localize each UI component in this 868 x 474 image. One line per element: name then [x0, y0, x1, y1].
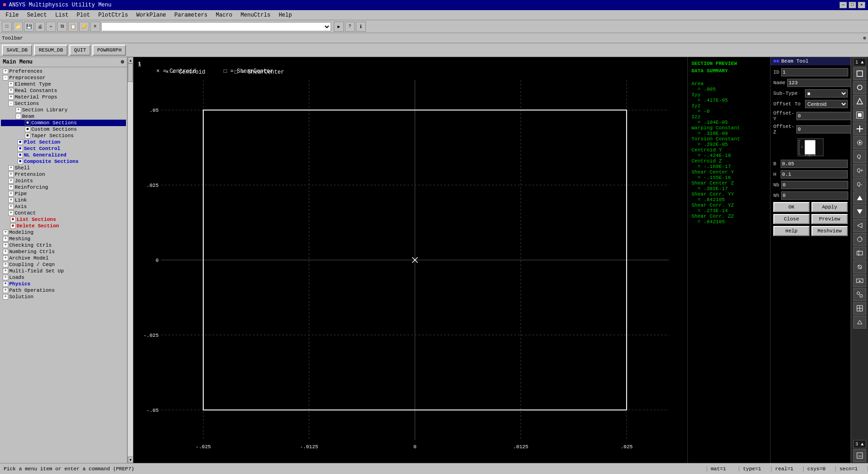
tb-run[interactable]: ▶	[334, 22, 344, 32]
tb-new[interactable]: □	[2, 22, 12, 32]
rt-btn-17[interactable]	[853, 316, 866, 329]
sidebar-item-material-props[interactable]: + Material Props	[1, 94, 126, 100]
menu-list[interactable]: List	[51, 11, 72, 19]
expand-custom-sections[interactable]: ■	[25, 127, 30, 132]
minimize-btn[interactable]: —	[839, 2, 847, 8]
rt-btn-bottom[interactable]	[853, 449, 866, 462]
expand-meshing[interactable]: +	[3, 236, 8, 242]
expand-sect-control[interactable]: ■	[17, 146, 23, 151]
sidebar-item-common-sections[interactable]: ■ Common Sections	[1, 120, 126, 126]
sidebar-item-pipe[interactable]: + Pipe	[1, 191, 126, 197]
sidebar-item-axis[interactable]: + Axis	[1, 203, 126, 210]
menu-select[interactable]: Select	[23, 11, 51, 19]
rt-btn-rotate[interactable]	[853, 233, 866, 246]
sidebar-item-meshing[interactable]: + Meshing	[1, 236, 126, 242]
sidebar-item-contact[interactable]: + Contact	[1, 210, 126, 216]
sidebar-item-preferences[interactable]: + Preferences	[1, 68, 126, 75]
bt-help-button[interactable]: Help	[773, 226, 810, 236]
expand-preprocessor[interactable]: -	[3, 75, 8, 81]
expand-preferences[interactable]: +	[3, 69, 8, 74]
sidebar-item-sect-control[interactable]: ■ Sect Control	[1, 145, 126, 152]
rt-btn-up[interactable]	[853, 191, 866, 204]
sidebar-item-link[interactable]: + Link	[1, 197, 126, 203]
menu-workplane[interactable]: WorkPlane	[132, 11, 170, 19]
expand-coupling[interactable]: +	[3, 262, 8, 267]
expand-modeling[interactable]: +	[3, 230, 8, 235]
sidebar-close-icon[interactable]: ⊗	[121, 58, 124, 65]
sidebar-item-checking-ctrls[interactable]: + Checking Ctrls	[1, 242, 126, 249]
bt-nb-input[interactable]	[781, 181, 848, 189]
sidebar-item-real-constants[interactable]: + Real Constants	[1, 87, 126, 94]
tb-open[interactable]: 📁	[13, 22, 23, 32]
viewport-canvas[interactable]	[133, 57, 687, 463]
bt-offsetto-select[interactable]: Centroid	[805, 100, 848, 108]
rt-btn-8[interactable]: Q+	[853, 164, 866, 177]
rt-btn-12[interactable]	[853, 247, 866, 260]
bt-name-input[interactable]	[787, 79, 854, 87]
rt-btn-16[interactable]	[853, 302, 866, 315]
maximize-btn[interactable]: □	[849, 2, 856, 8]
bt-h-input[interactable]	[781, 170, 848, 179]
sidebar-item-archive-model[interactable]: + Archive Model	[1, 255, 126, 261]
sidebar-item-coupling[interactable]: + Coupling / Ceqn	[1, 261, 126, 268]
tb-copy[interactable]: ⧉	[57, 22, 67, 32]
menu-plotctrls[interactable]: PlotCtrls	[95, 11, 132, 19]
tb-paste[interactable]: 📋	[68, 22, 78, 32]
tb-cut[interactable]: ✂	[46, 22, 56, 32]
sidebar-item-list-sections[interactable]: ■ List Sections	[1, 216, 126, 223]
expand-path-operations[interactable]: +	[3, 288, 8, 293]
rt-btn-3[interactable]	[853, 95, 866, 108]
rt-counter2[interactable]: 3 ▲	[853, 440, 866, 448]
rt-btn-6[interactable]	[853, 136, 866, 149]
sidebar-item-multifield[interactable]: + Multi-field Set Up	[1, 268, 126, 274]
expand-beam[interactable]: -	[16, 114, 21, 119]
expand-material-props[interactable]: +	[8, 94, 14, 100]
expand-element-type[interactable]: +	[8, 81, 14, 87]
sidebar-item-sections[interactable]: - Sections	[1, 100, 126, 107]
expand-multifield[interactable]: +	[3, 268, 8, 274]
rt-btn-13[interactable]	[853, 260, 866, 273]
tb-info[interactable]: ℹ	[356, 22, 366, 32]
expand-pretension[interactable]: +	[8, 172, 14, 177]
menu-help[interactable]: Help	[275, 11, 296, 19]
sidebar-item-plot-section[interactable]: ■ Plot Section	[1, 139, 126, 145]
sidebar-item-preprocessor[interactable]: - Preprocessor	[1, 75, 126, 81]
tb-list[interactable]: ≡	[90, 22, 100, 32]
scroll-thumb[interactable]	[128, 64, 133, 82]
bt-close-button[interactable]: Close	[773, 214, 810, 224]
resum-db-button[interactable]: RESUM_DB	[34, 45, 68, 56]
expand-axis[interactable]: +	[8, 204, 14, 209]
tb-key[interactable]: 🔑	[79, 22, 89, 32]
sidebar-scrollbar[interactable]: ▲ ▼	[127, 57, 133, 463]
expand-delete-section[interactable]: ■	[10, 223, 16, 229]
sidebar-item-solution[interactable]: + Solution	[1, 294, 126, 300]
expand-real-constants[interactable]: +	[8, 88, 14, 93]
expand-composite-sections[interactable]: ■	[17, 159, 23, 164]
expand-solution[interactable]: +	[3, 294, 8, 300]
expand-link[interactable]: +	[8, 197, 14, 203]
rt-btn-1[interactable]	[853, 67, 866, 80]
sidebar-item-taper-sections[interactable]: ■ Taper Sections	[1, 133, 126, 139]
close-btn[interactable]: ✕	[858, 2, 865, 8]
quit-button[interactable]: QUIT	[69, 45, 91, 56]
tb-help[interactable]: ?	[345, 22, 355, 32]
command-dropdown[interactable]	[101, 22, 331, 31]
expand-contact[interactable]: +	[8, 210, 14, 216]
sidebar-item-reinforcing[interactable]: + Reinforcing	[1, 184, 126, 191]
rt-btn-down[interactable]	[853, 205, 866, 218]
toolbar-close-icon[interactable]: ⊗	[863, 35, 866, 41]
expand-taper-sections[interactable]: ■	[25, 133, 30, 139]
rt-btn-14[interactable]	[853, 274, 866, 287]
rt-btn-5[interactable]	[853, 122, 866, 135]
expand-numbering-ctrls[interactable]: +	[3, 249, 8, 254]
tb-save[interactable]: 💾	[24, 22, 34, 32]
expand-sections[interactable]: -	[8, 101, 14, 106]
bt-preview-button[interactable]: Preview	[811, 214, 848, 224]
rt-counter1[interactable]: 1 ▲	[853, 58, 866, 66]
expand-plot-section[interactable]: ■	[17, 139, 23, 145]
expand-reinforcing[interactable]: +	[8, 185, 14, 190]
sidebar-item-loads[interactable]: + Loads	[1, 274, 126, 281]
expand-archive-model[interactable]: +	[3, 255, 8, 261]
expand-section-library[interactable]: +	[16, 107, 21, 113]
menu-menuctrls[interactable]: MenuCtrls	[237, 11, 274, 19]
